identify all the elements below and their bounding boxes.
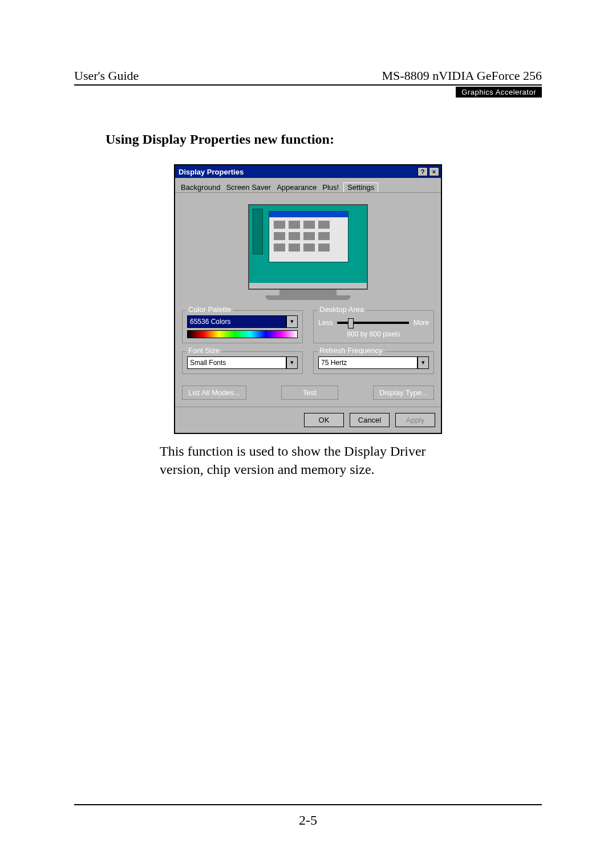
slider-less-label: Less <box>318 319 333 327</box>
monitor-graphic <box>248 204 368 300</box>
left-col: Color Palette 65536 Colors ▾ Font Size S… <box>182 310 303 382</box>
preview-icons <box>269 217 348 255</box>
display-properties-dialog: Display Properties ? × Background Screen… <box>174 164 442 434</box>
dialog-titlebar: Display Properties ? × <box>175 165 441 178</box>
panel-buttons: List All Modes... Test Display Type... <box>182 386 434 400</box>
tab-appearance[interactable]: Appearance <box>275 182 318 192</box>
help-button[interactable]: ? <box>418 167 428 176</box>
preview-window <box>269 211 348 262</box>
preview-icon <box>303 221 315 229</box>
tab-settings[interactable]: Settings <box>343 182 378 192</box>
preview-icon <box>303 244 315 252</box>
preview-icon <box>274 221 285 229</box>
color-palette-select[interactable]: 65536 Colors ▾ <box>187 315 298 328</box>
tab-screensaver[interactable]: Screen Saver <box>225 182 272 192</box>
color-palette-value: 65536 Colors <box>187 315 286 328</box>
desktop-area-group: Desktop Area Less More 800 by 600 pixels <box>313 310 434 343</box>
graphics-accelerator-badge: Graphics Accelerator <box>456 87 542 98</box>
preview-taskbar <box>249 283 367 289</box>
slider-thumb[interactable] <box>348 318 354 328</box>
preview-icon <box>289 232 300 240</box>
preview-icon <box>318 221 330 229</box>
dialog-bottom-buttons: OK Cancel Apply <box>175 407 441 433</box>
font-size-select[interactable]: Small Fonts ▾ <box>187 356 298 369</box>
slider-track[interactable] <box>337 322 408 324</box>
header-left: User's Guide <box>74 68 139 83</box>
resolution-value: 800 by 600 pixels <box>318 330 429 338</box>
monitor-base <box>265 295 351 300</box>
display-type-button[interactable]: Display Type... <box>373 386 434 400</box>
tab-plus[interactable]: Plus! <box>321 182 340 192</box>
header-right-wrap: MS-8809 nVIDIA GeForce 256 <box>382 68 542 83</box>
preview-icon <box>289 221 300 229</box>
settings-panel: Color Palette 65536 Colors ▾ Font Size S… <box>175 193 441 407</box>
chevron-down-icon[interactable]: ▾ <box>418 356 429 369</box>
desktop-area-label: Desktop Area <box>317 305 366 314</box>
list-all-modes-button[interactable]: List All Modes... <box>182 386 246 400</box>
dialog-screenshot: Display Properties ? × Background Screen… <box>74 164 542 434</box>
preview-window-title <box>269 212 348 217</box>
chevron-down-icon[interactable]: ▾ <box>286 315 298 328</box>
dialog-title: Display Properties <box>179 168 244 176</box>
color-palette-label: Color Palette <box>186 305 233 314</box>
preview-icon <box>274 232 285 240</box>
refresh-frequency-select[interactable]: 75 Hertz ▾ <box>318 356 429 369</box>
page-header: User's Guide MS-8809 nVIDIA GeForce 256 <box>74 68 542 86</box>
figure-caption: This function is used to show the Displa… <box>160 442 462 479</box>
footer-rule <box>74 804 542 805</box>
refresh-frequency-value: 75 Hertz <box>318 356 418 369</box>
settings-grid: Color Palette 65536 Colors ▾ Font Size S… <box>182 310 434 382</box>
cancel-button[interactable]: Cancel <box>350 413 390 427</box>
slider-more-label: More <box>414 319 429 327</box>
badge-wrap: Graphics Accelerator <box>74 86 542 98</box>
monitor-preview <box>182 204 434 300</box>
preview-icon <box>303 232 315 240</box>
font-size-label: Font Size <box>186 346 222 355</box>
resolution-slider[interactable]: Less More <box>318 319 429 327</box>
monitor-stand <box>279 290 337 295</box>
tab-strip: Background Screen Saver Appearance Plus!… <box>175 178 441 193</box>
preview-sidebar <box>253 209 263 254</box>
ok-button[interactable]: OK <box>304 413 344 427</box>
right-col: Desktop Area Less More 800 by 600 pixels <box>313 310 434 382</box>
tab-background[interactable]: Background <box>180 182 221 192</box>
page-number: 2-5 <box>0 813 616 828</box>
color-palette-group: Color Palette 65536 Colors ▾ <box>182 310 303 343</box>
monitor-screen <box>248 204 368 290</box>
preview-icon <box>289 244 300 252</box>
font-size-group: Font Size Small Fonts ▾ <box>182 351 303 374</box>
section-title: Using Display Properties new function: <box>106 132 542 147</box>
close-button[interactable]: × <box>429 167 439 176</box>
chevron-down-icon[interactable]: ▾ <box>286 356 298 369</box>
preview-icon <box>318 244 330 252</box>
preview-icon <box>274 244 285 252</box>
preview-icon <box>318 232 330 240</box>
refresh-frequency-group: Refresh Frequency 75 Hertz ▾ <box>313 351 434 374</box>
refresh-frequency-label: Refresh Frequency <box>317 346 385 355</box>
document-page: User's Guide MS-8809 nVIDIA GeForce 256 … <box>0 0 616 868</box>
test-button[interactable]: Test <box>281 386 338 400</box>
font-size-value: Small Fonts <box>187 356 286 369</box>
color-preview-bar <box>187 330 298 338</box>
header-right: MS-8809 nVIDIA GeForce 256 <box>382 68 542 83</box>
apply-button[interactable]: Apply <box>395 413 435 427</box>
